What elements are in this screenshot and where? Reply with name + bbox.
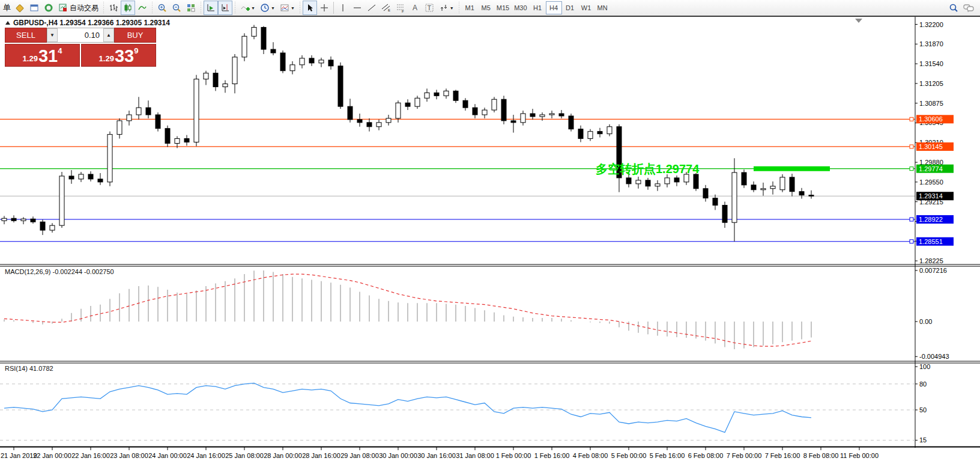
chat-button[interactable]: [961, 1, 976, 15]
time-tick-label: 22 Jan 00:00: [33, 452, 71, 459]
chevron-down-icon: ▼: [251, 6, 255, 10]
line-chart-icon: [138, 3, 147, 13]
sell-price-big: 31: [38, 49, 58, 64]
trendline-tool-button[interactable]: [364, 1, 379, 15]
svg-text:T: T: [427, 4, 431, 11]
market-watch-button[interactable]: [41, 1, 56, 15]
time-tick-label: 24 Jan 16:00: [187, 452, 225, 459]
line-chart-mode-button[interactable]: [135, 1, 150, 15]
templates-button[interactable]: ▼: [277, 1, 297, 15]
buy-price-prefix: 1.29: [99, 54, 114, 63]
arrows-tool-button[interactable]: ▼: [437, 1, 456, 15]
time-tick-label: 7 Feb 16:00: [765, 452, 800, 459]
volume-input[interactable]: [58, 28, 103, 42]
timeframe-button-M15[interactable]: M15: [494, 1, 512, 14]
horizontal-line-icon: [352, 3, 362, 13]
candlestick-icon: [123, 3, 133, 13]
time-tick-label: 30 Jan 00:00: [379, 452, 417, 459]
time-tick-label: 25 Jan 08:00: [225, 452, 264, 459]
equidistant-channel-icon: E: [381, 3, 391, 13]
search-icon: [949, 3, 958, 13]
timeframe-button-H1[interactable]: H1: [530, 1, 546, 14]
toolbar-grip[interactable]: [298, 2, 301, 14]
price-tick-label: 1.31205: [919, 80, 943, 87]
toolbar-grip[interactable]: [234, 2, 237, 14]
channel-tool-button[interactable]: E: [379, 1, 393, 15]
time-tick-label: 1 Feb 00:00: [496, 452, 531, 459]
timeframe-button-D1[interactable]: D1: [562, 1, 578, 14]
green-ring-icon: [44, 3, 53, 13]
clock-icon: [260, 3, 270, 13]
buy-button[interactable]: BUY: [114, 28, 156, 43]
buy-price-box[interactable]: 1.29 33 9: [81, 44, 156, 67]
time-tick-label: 29 Jan 08:00: [340, 452, 379, 459]
timeframe-button-M5[interactable]: M5: [478, 1, 494, 14]
line-price-label: 1.28922: [919, 216, 943, 223]
volume-decrease-button[interactable]: ▼: [47, 28, 58, 42]
new-order-label[interactable]: 单: [1, 2, 13, 13]
one-click-trading-panel: SELL ▼ ▲ BUY 1.29 31 4 1.29 33 9: [5, 28, 156, 67]
macd-tick-label: -0.004943: [919, 353, 949, 360]
line-price-label: 1.29774: [919, 165, 943, 172]
new-window-button[interactable]: [27, 1, 41, 15]
fibonacci-tool-button[interactable]: F: [393, 1, 408, 15]
template-icon: [280, 3, 289, 13]
line-handle[interactable]: [910, 145, 913, 148]
vertical-line-tool-button[interactable]: [336, 1, 350, 15]
line-price-label: 1.29314: [919, 192, 943, 200]
auto-scroll-button[interactable]: [204, 1, 218, 15]
autotrading-button[interactable]: 自动交易: [56, 1, 101, 15]
trend-segment[interactable]: [754, 166, 830, 171]
toolbar-grip[interactable]: [458, 2, 461, 14]
toolbar-separator: [333, 2, 334, 14]
time-tick-label: 28 Jan 16:00: [302, 452, 340, 459]
timeframe-button-H4[interactable]: H4: [546, 1, 562, 14]
timeframe-button-W1[interactable]: W1: [578, 1, 594, 14]
macd-tick-label: 0.00: [919, 318, 932, 325]
horizontal-line-tool-button[interactable]: [350, 1, 364, 15]
toolbar-grip[interactable]: [151, 2, 154, 14]
timeframe-button-MN[interactable]: MN: [594, 1, 611, 14]
zoom-in-button[interactable]: [155, 1, 169, 15]
tile-windows-button[interactable]: [184, 1, 198, 15]
fibonacci-icon: F: [396, 3, 405, 13]
toolbar-grip[interactable]: [199, 2, 202, 14]
text-tool-button[interactable]: A: [408, 1, 422, 15]
cursor-tool-button[interactable]: [303, 1, 317, 15]
crosshair-tool-button[interactable]: [317, 1, 331, 15]
cursor-icon: [305, 3, 315, 13]
candlestick-mode-button[interactable]: [121, 1, 135, 15]
zoom-in-icon: [157, 3, 167, 13]
chart-svg[interactable]: 多空转折点1.29774GBPUSD-,H4 1.29354 1.29366 1…: [0, 0, 980, 464]
text-label-tool-button[interactable]: T: [422, 1, 437, 15]
crosshair-icon: [319, 3, 329, 13]
auto-scroll-icon: [206, 3, 216, 13]
indicators-button[interactable]: ▼: [238, 1, 258, 15]
zoom-out-button[interactable]: [169, 1, 184, 15]
chart-shift-button[interactable]: [218, 1, 232, 15]
timeframe-button-M1[interactable]: M1: [462, 1, 478, 14]
time-tick-label: 5 Feb 00:00: [611, 452, 647, 459]
line-handle[interactable]: [910, 218, 913, 221]
search-button[interactable]: [946, 1, 961, 15]
sell-price-box[interactable]: 1.29 31 4: [5, 44, 80, 67]
volume-increase-button[interactable]: ▲: [103, 28, 114, 42]
price-tick-label: 1.29550: [919, 179, 943, 186]
rsi-label: RSI(14) 41.0782: [5, 365, 53, 372]
time-tick-label: 1 Feb 16:00: [534, 452, 570, 459]
timeframe-button-M30[interactable]: M30: [512, 1, 529, 14]
main-toolbar: 单 自动交易 ▼ ▼: [0, 0, 980, 17]
sell-button[interactable]: SELL: [5, 28, 47, 43]
line-price-label: 1.28551: [919, 238, 943, 245]
line-handle[interactable]: [910, 117, 913, 121]
time-tick-label: 28 Jan 00:00: [264, 452, 302, 459]
gold-tag-button[interactable]: [13, 1, 27, 15]
line-handle[interactable]: [910, 240, 913, 243]
ohlc-bars-icon: [109, 3, 118, 13]
bar-chart-mode-button[interactable]: [106, 1, 121, 15]
toolbar-grip[interactable]: [102, 2, 105, 14]
line-handle[interactable]: [910, 167, 913, 171]
periods-button[interactable]: ▼: [258, 1, 277, 15]
price-tick-label: 1.31870: [919, 40, 943, 47]
chart-area[interactable]: 多空转折点1.29774GBPUSD-,H4 1.29354 1.29366 1…: [0, 0, 980, 464]
